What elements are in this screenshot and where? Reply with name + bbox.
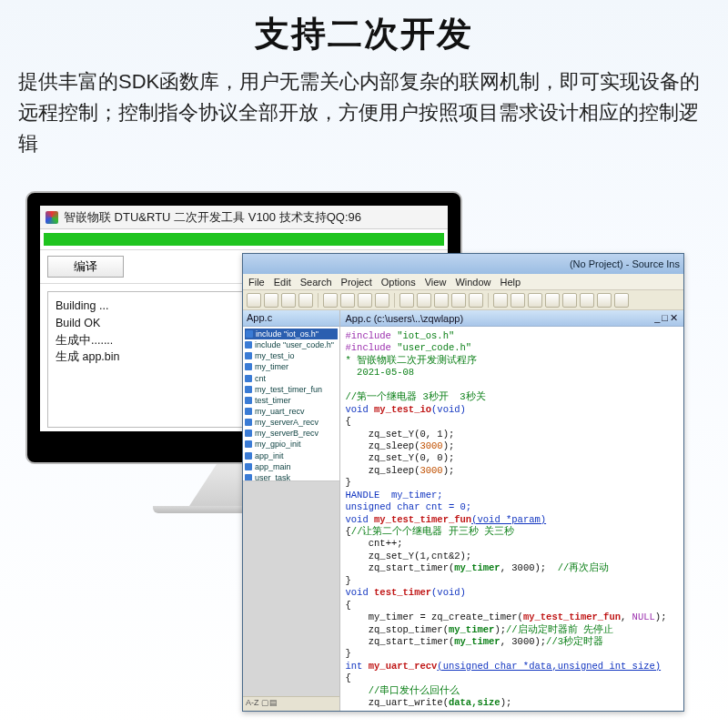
toolbar-icon[interactable]: [451, 293, 466, 308]
symbol-item[interactable]: cnt: [245, 373, 338, 384]
toolbar-icon[interactable]: [528, 293, 542, 308]
symbol-item[interactable]: include "iot_os.h": [245, 329, 338, 339]
tab-close-button[interactable]: ✕: [670, 312, 678, 324]
symbol-icon: [245, 352, 252, 359]
symbol-icon: [245, 430, 252, 437]
menu-options[interactable]: Options: [381, 277, 416, 288]
build-tool-titlebar: 智嵌物联 DTU&RTU 二次开发工具 V100 技术支持QQ:96: [40, 206, 448, 229]
toolbar-icon[interactable]: [511, 293, 525, 308]
toolbar-separator: [488, 293, 489, 308]
toolbar-icon[interactable]: [399, 293, 414, 308]
symbol-list[interactable]: include "iot_os.h" include "user_code.h"…: [243, 327, 339, 481]
compile-button[interactable]: 编译: [47, 256, 124, 278]
symbol-icon: [245, 363, 252, 370]
toolbar-icon[interactable]: [562, 293, 577, 308]
symbol-icon: [245, 375, 252, 382]
menu-edit[interactable]: Edit: [274, 277, 291, 288]
symbol-item[interactable]: my_uart_recv: [245, 406, 338, 417]
si-toolbar: [243, 290, 683, 310]
symbol-icon: [245, 474, 252, 481]
symbol-icon: [245, 386, 252, 393]
toolbar-icon[interactable]: [247, 293, 261, 308]
menu-file[interactable]: File: [248, 277, 265, 288]
toolbar-icon[interactable]: [580, 293, 594, 308]
menu-search[interactable]: Search: [300, 277, 332, 288]
toolbar-icon[interactable]: [323, 293, 338, 308]
toolbar-icon[interactable]: [545, 293, 560, 308]
toolbar-icon[interactable]: [375, 293, 389, 308]
symbol-icon: [245, 408, 252, 415]
editor-tab[interactable]: App.c (c:\users\..\zqwlapp) _ □ ✕: [340, 310, 683, 327]
symbol-item[interactable]: user_task: [245, 472, 338, 481]
symbol-item[interactable]: my_test_io: [245, 350, 338, 361]
toolbar-icon[interactable]: [493, 293, 508, 308]
symbol-icon: [245, 397, 252, 404]
si-titlebar[interactable]: (No Project) - Source Ins: [243, 254, 683, 274]
symbol-icon: [246, 330, 253, 338]
toolbar-icon[interactable]: [358, 293, 372, 308]
toolbar-icon[interactable]: [340, 293, 355, 308]
symbol-icon: [245, 419, 252, 426]
page-title: 支持二次开发: [0, 0, 728, 57]
progress-bar: [44, 233, 444, 246]
si-title-text: (No Project) - Source Ins: [570, 258, 680, 269]
symbol-item[interactable]: my_serverB_recv: [245, 428, 338, 439]
toolbar-icon[interactable]: [417, 293, 431, 308]
menu-window[interactable]: Window: [455, 277, 490, 288]
sidebar-blank: [243, 481, 339, 696]
menu-view[interactable]: View: [425, 277, 447, 288]
symbol-item[interactable]: include "user_code.h": [245, 339, 338, 350]
tab-maximize-button[interactable]: □: [662, 312, 668, 324]
symbol-item[interactable]: app_init: [245, 450, 338, 461]
symbol-item[interactable]: my_gpio_init: [245, 439, 338, 450]
symbol-item[interactable]: my_test_timer_fun: [245, 384, 338, 395]
toolbar-separator: [318, 293, 318, 308]
page-description: 提供丰富的SDK函数库，用户无需关心内部复杂的联网机制，即可实现设备的远程控制；…: [0, 57, 728, 159]
symbol-item[interactable]: app_main: [245, 461, 338, 472]
code-editor: App.c (c:\users\..\zqwlapp) _ □ ✕ #inclu…: [340, 310, 683, 711]
symbol-icon: [245, 463, 252, 470]
symbol-item[interactable]: test_timer: [245, 395, 338, 406]
tab-label: App.c (c:\users\..\zqwlapp): [346, 313, 464, 324]
menu-project[interactable]: Project: [341, 277, 372, 288]
symbol-sidebar: App.c include "iot_os.h" include "user_c…: [243, 310, 340, 711]
toolbar-separator: [394, 293, 395, 308]
toolbar-icon[interactable]: [597, 293, 612, 308]
symbol-item[interactable]: my_timer: [245, 361, 338, 372]
menu-help[interactable]: Help: [500, 277, 521, 288]
tab-minimize-button[interactable]: _: [654, 312, 660, 324]
app-icon: [46, 211, 58, 224]
toolbar-icon[interactable]: [469, 293, 483, 308]
symbol-icon: [245, 341, 252, 349]
si-title-ghost: [247, 258, 249, 269]
toolbar-icon[interactable]: [264, 293, 278, 308]
toolbar-icon[interactable]: [614, 293, 629, 308]
symbol-item[interactable]: my_serverA_recv: [245, 417, 338, 428]
toolbar-icon[interactable]: [434, 293, 449, 308]
symbol-icon: [245, 440, 252, 448]
toolbar-icon[interactable]: [281, 293, 296, 308]
source-insight-window: (No Project) - Source Ins File Edit Sear…: [242, 253, 684, 712]
toolbar-icon[interactable]: [298, 293, 313, 308]
symbol-icon: [245, 452, 252, 460]
si-menubar: File Edit Search Project Options View Wi…: [243, 274, 683, 290]
build-tool-title: 智嵌物联 DTU&RTU 二次开发工具 V100 技术支持QQ:96: [64, 209, 361, 226]
sidebar-file-label: App.c: [243, 310, 339, 327]
sidebar-footer: A-Z ▢▤: [243, 696, 339, 711]
code-area[interactable]: #include "iot_os.h" #include "user_code.…: [340, 327, 683, 711]
